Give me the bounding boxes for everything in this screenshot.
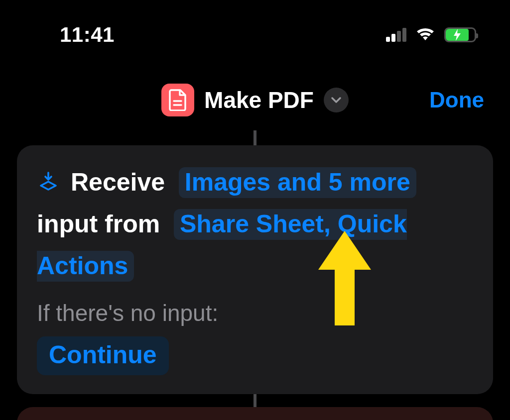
phone-frame: 11:41	[0, 0, 510, 420]
input-from-label: input from	[37, 210, 160, 238]
shortcut-title: Make PDF	[204, 87, 314, 113]
done-button[interactable]: Done	[429, 88, 484, 112]
no-input-action-pill[interactable]: Continue	[37, 336, 169, 375]
battery-charging-icon	[444, 27, 476, 42]
header-center[interactable]: Make PDF	[161, 84, 349, 116]
receive-sentence: Receive Images and 5 more input from Sha…	[37, 161, 473, 287]
status-bar: 11:41	[0, 0, 510, 52]
input-stack-icon	[37, 171, 60, 194]
warning-card[interactable]: Make sure you pass items to the Make	[17, 407, 493, 420]
flow-connector	[254, 130, 256, 145]
status-right	[386, 27, 476, 42]
pdf-document-icon	[161, 84, 194, 116]
status-time: 11:41	[60, 23, 115, 47]
flow-connector	[254, 394, 256, 407]
no-input-label: If there's no input:	[37, 300, 473, 326]
shortcut-header: Make PDF Done	[0, 84, 510, 116]
receive-input-card[interactable]: Receive Images and 5 more input from Sha…	[17, 145, 493, 394]
wifi-icon	[415, 27, 435, 42]
cellular-icon	[386, 28, 406, 42]
receive-label: Receive	[71, 168, 165, 196]
input-types-pill[interactable]: Images and 5 more	[179, 167, 416, 198]
chevron-down-icon[interactable]	[324, 88, 349, 112]
